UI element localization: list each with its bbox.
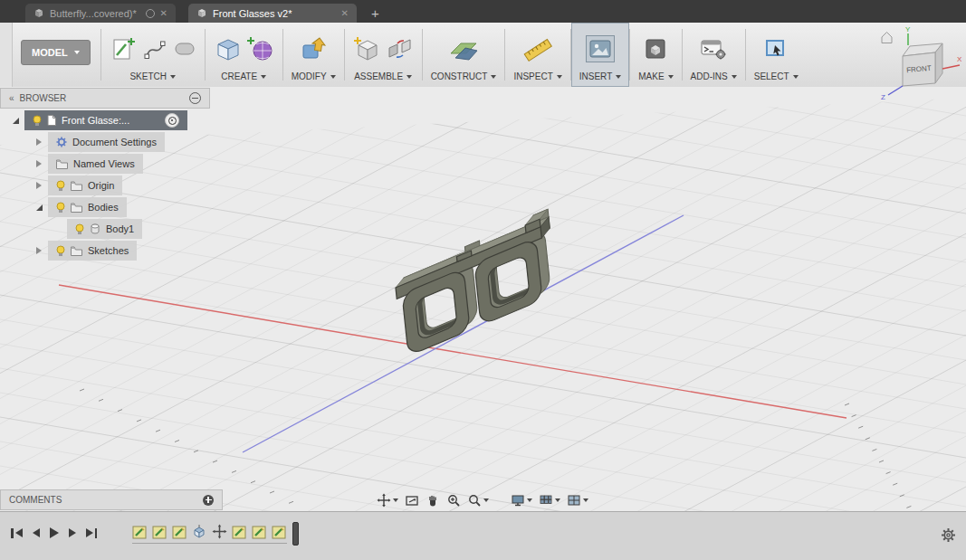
browser-panel: « BROWSER Front Glasse:... Document Sett…	[0, 88, 210, 261]
joint-icon[interactable]	[387, 35, 414, 62]
caret-icon	[557, 75, 562, 79]
caret-icon	[261, 75, 266, 79]
browser-item-body1[interactable]: Body1	[0, 219, 210, 239]
activate-component-radio[interactable]	[165, 113, 179, 128]
group-label: CONSTRUCT	[431, 71, 488, 81]
visibility-bulb-icon[interactable]	[56, 202, 65, 214]
sketch-feature-icon[interactable]	[272, 524, 287, 539]
expand-comments-icon[interactable]	[203, 495, 214, 506]
browser-item-document-settings[interactable]: Document Settings	[0, 132, 210, 152]
create-menu[interactable]: CREATE	[221, 70, 266, 84]
press-pull-icon[interactable]	[300, 35, 327, 62]
sketch-feature-icon[interactable]	[152, 524, 167, 539]
group-label: INSPECT	[513, 71, 552, 81]
comments-bar[interactable]: COMMENTS	[0, 489, 223, 510]
grid-snaps-button[interactable]	[539, 493, 560, 508]
sketch-feature-icon[interactable]	[252, 524, 267, 539]
select-icon[interactable]	[763, 37, 789, 61]
visibility-bulb-icon[interactable]	[56, 180, 65, 192]
orbit-button[interactable]	[377, 493, 398, 508]
viewport-canvas[interactable]: « BROWSER Front Glasse:... Document Sett…	[0, 87, 966, 511]
browser-header[interactable]: « BROWSER	[0, 88, 210, 109]
addins-menu[interactable]: ADD-INS	[691, 70, 737, 84]
make-3d-print-icon[interactable]	[644, 37, 667, 61]
browser-item-origin[interactable]: Origin	[0, 176, 210, 195]
sketch-feature-icon[interactable]	[132, 524, 148, 539]
group-label: SKETCH	[129, 71, 167, 81]
expander-closed-icon[interactable]	[36, 160, 42, 167]
display-settings-button[interactable]	[511, 493, 532, 508]
measure-icon[interactable]	[523, 35, 552, 62]
timeline-position-marker[interactable]	[292, 522, 299, 546]
browser-item-sketches[interactable]: Sketches	[0, 241, 210, 261]
extrude-feature-icon[interactable]	[192, 524, 207, 539]
go-to-start-button[interactable]	[11, 528, 23, 538]
slot-icon[interactable]	[173, 36, 196, 62]
svg-text:X: X	[957, 55, 962, 63]
document-tabbar: Butterfly...covered)* ✕ Front Glasses v2…	[0, 0, 966, 23]
browser-item-bodies[interactable]: Bodies	[0, 197, 210, 217]
browser-item-root-component[interactable]: Front Glasse:...	[0, 110, 210, 130]
sketch-feature-icon[interactable]	[172, 524, 187, 539]
expander-closed-icon[interactable]	[36, 247, 42, 254]
look-at-button[interactable]	[405, 493, 419, 508]
construction-plane-icon[interactable]	[448, 35, 479, 62]
step-back-button[interactable]	[33, 528, 40, 537]
home-icon	[882, 33, 892, 43]
visibility-bulb-icon[interactable]	[75, 223, 84, 235]
workspace-selector[interactable]: MODEL	[21, 40, 91, 65]
view-cube[interactable]: FRONT Y X Z	[875, 24, 964, 103]
expander-open-icon[interactable]	[36, 204, 43, 211]
toolbar-group-inspect: INSPECT	[505, 23, 569, 87]
collapse-panel-icon[interactable]: «	[9, 93, 14, 103]
create-sketch-icon[interactable]	[110, 36, 137, 62]
pan-hand-button[interactable]	[426, 493, 440, 508]
caret-icon	[491, 75, 496, 79]
document-cube-icon	[33, 7, 44, 20]
group-label: CREATE	[221, 71, 257, 81]
go-to-end-button[interactable]	[86, 528, 98, 538]
visibility-bulb-icon[interactable]	[33, 115, 42, 127]
move-feature-icon[interactable]	[212, 524, 227, 539]
timeline-settings-gear-icon[interactable]	[941, 527, 956, 546]
item-label: Document Settings	[72, 137, 157, 147]
tab-front-glasses[interactable]: Front Glasses v2* ✕	[188, 4, 357, 23]
create-form-icon[interactable]	[247, 35, 274, 62]
make-menu[interactable]: MAKE	[638, 70, 673, 84]
insert-menu[interactable]: INSERT	[579, 70, 622, 84]
play-button[interactable]	[50, 527, 59, 538]
step-forward-button[interactable]	[69, 528, 76, 537]
new-solid-box-icon[interactable]	[214, 35, 241, 62]
tab-close-icon[interactable]: ✕	[160, 9, 167, 18]
construct-menu[interactable]: CONSTRUCT	[431, 70, 497, 84]
expander-closed-icon[interactable]	[36, 138, 42, 146]
folder-icon	[71, 246, 82, 256]
item-label: Named Views	[73, 158, 135, 169]
scripts-addins-icon[interactable]	[700, 37, 727, 61]
fit-button[interactable]	[467, 493, 489, 508]
sketch-menu[interactable]: SKETCH	[129, 70, 176, 84]
modify-menu[interactable]: MODIFY	[292, 70, 336, 84]
expander-open-icon[interactable]	[13, 118, 19, 124]
group-label: MAKE	[638, 71, 664, 81]
document-icon	[47, 115, 56, 126]
sketch-feature-icon[interactable]	[232, 524, 247, 539]
main-toolbar: MODEL SKETCH	[0, 23, 966, 88]
new-component-icon[interactable]	[353, 35, 380, 62]
caret-icon	[393, 498, 398, 502]
select-menu[interactable]: SELECT	[754, 70, 799, 84]
collapse-browser-icon[interactable]	[189, 92, 201, 104]
tab-butterfly[interactable]: Butterfly...covered)* ✕	[25, 4, 176, 23]
new-tab-button[interactable]: +	[371, 6, 379, 20]
inspect-menu[interactable]: INSPECT	[513, 70, 561, 84]
browser-item-named-views[interactable]: Named Views	[0, 154, 210, 174]
viewports-button[interactable]	[567, 493, 588, 508]
spline-icon[interactable]	[143, 36, 167, 62]
zoom-button[interactable]	[446, 493, 461, 508]
fusion360-window: Butterfly...covered)* ✕ Front Glasses v2…	[0, 0, 966, 560]
expander-closed-icon[interactable]	[36, 182, 42, 189]
tab-close-icon[interactable]: ✕	[341, 9, 349, 18]
assemble-menu[interactable]: ASSEMBLE	[354, 70, 412, 84]
visibility-bulb-icon[interactable]	[56, 245, 65, 257]
insert-image-icon[interactable]	[587, 36, 614, 62]
